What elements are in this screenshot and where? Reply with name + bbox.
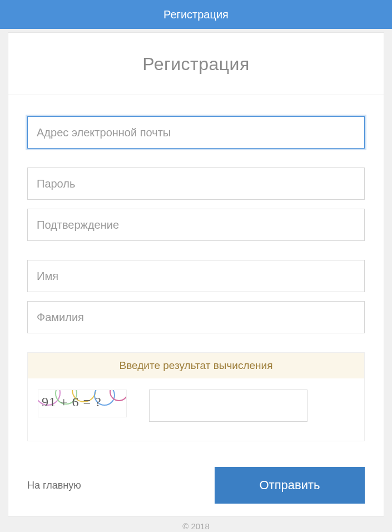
password-field[interactable]	[27, 168, 365, 200]
lastname-field[interactable]	[27, 301, 365, 333]
form-area: Введите результат вычисления 91 + 6 = ?	[8, 95, 384, 441]
card-header: Регистрация	[8, 33, 384, 95]
registration-card: Регистрация Введите результат вычисления	[8, 32, 384, 516]
field-confirm-wrap	[27, 209, 365, 241]
field-email-wrap	[27, 116, 365, 149]
confirm-password-field[interactable]	[27, 209, 365, 241]
captcha-body: 91 + 6 = ?	[28, 378, 364, 441]
field-password-wrap	[27, 168, 365, 200]
captcha-header: Введите результат вычисления	[28, 353, 364, 378]
captcha-image: 91 + 6 = ?	[38, 390, 127, 417]
home-link[interactable]: На главную	[27, 480, 81, 491]
topbar-title: Регистрация	[163, 8, 229, 21]
email-field[interactable]	[27, 116, 365, 149]
topbar: Регистрация	[0, 0, 392, 29]
field-firstname-wrap	[27, 260, 365, 292]
submit-button[interactable]: Отправить	[215, 467, 365, 504]
captcha-input[interactable]	[149, 390, 307, 422]
copyright-prefix: © 2018	[182, 521, 210, 531]
form-footer: На главную Отправить	[27, 467, 365, 504]
page-footer: © 2018	[0, 521, 392, 531]
firstname-field[interactable]	[27, 260, 365, 292]
captcha-expression: 91 + 6 = ?	[42, 395, 102, 410]
field-lastname-wrap	[27, 301, 365, 333]
page-title: Регистрация	[8, 54, 384, 75]
captcha-block: Введите результат вычисления 91 + 6 = ?	[27, 352, 365, 441]
